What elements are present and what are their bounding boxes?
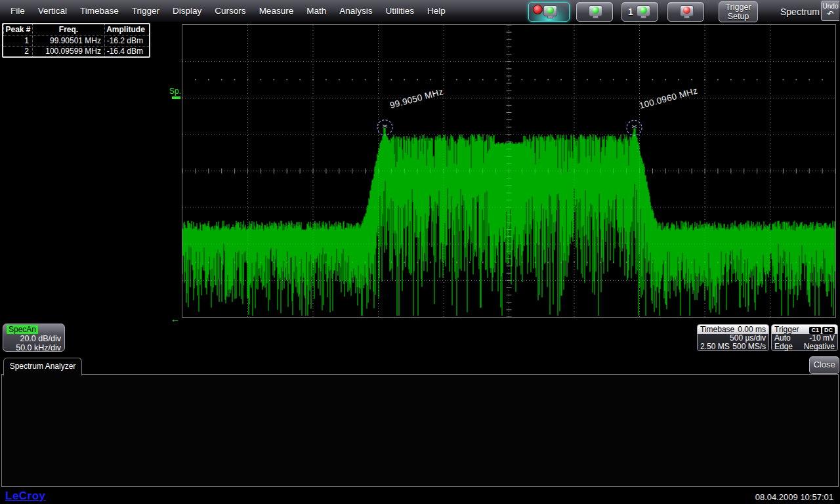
peak-marker-1[interactable]: 99.9050 MHz [377,87,444,135]
peak-table-header-cell: Freq. [32,24,104,35]
peak-table-row: 1 99.90501 MHz -16.2 dBm [3,35,149,46]
specan-title: SpecAn [7,325,38,334]
timebase-rate: 500 MS/s [732,343,766,351]
timebase-offset: 0.00 ms [738,325,766,334]
trigger-auto-button[interactable] [528,2,570,22]
green-light-icon [640,7,647,14]
timebase-title: Timebase [700,325,734,334]
menu-item[interactable]: Vertical [32,6,74,16]
peak-table-header-cell: Amplitude [104,24,146,35]
peak-frequency: 99.90501 MHz [32,36,104,46]
trigger-position-arrow-icon: ← [171,314,180,324]
datetime-display: 08.04.2009 10:57:01 [755,492,833,502]
oscilloscope-screen: FileVerticalTimebaseTriggerDisplayCursor… [0,0,840,504]
monitor-icon [589,5,602,16]
trigger-setup-button[interactable]: Trigger Setup [719,1,758,22]
menu-item[interactable]: Display [166,6,208,16]
peak-amplitude: -16.4 dBm [104,47,146,56]
menu-item[interactable]: Help [421,6,452,16]
single-count-label: 1 [628,7,633,17]
peak-number: 2 [3,47,32,56]
peak-table-header-cell: Peak # [3,24,32,35]
specan-descriptor[interactable]: SpecAn 20.0 dB/div 50.0 kHz/div [3,324,65,352]
specan-vertical-scale: 20.0 dB/div [7,334,61,343]
trace-label[interactable]: Sp. [169,87,181,96]
trigger-type: Edge [774,343,793,351]
scope-mode-label: Spectrum [780,7,820,17]
green-light-icon [547,7,554,14]
trigger-single-button[interactable]: 1 [621,2,658,22]
menu-item[interactable]: Trigger [125,6,166,16]
peak-table-header: Peak #Freq.Amplitude [3,24,149,35]
peak-table-body: 1 99.90501 MHz -16.2 dBm 2 100.09599 MHz… [3,35,149,56]
menu-item[interactable]: Math [300,6,333,16]
undo-icon: ↶ [822,10,839,18]
menu-item[interactable]: Measure [253,6,301,16]
close-button[interactable]: Close [809,356,839,374]
menu-item[interactable]: Analysis [333,6,379,16]
menu-bar: FileVerticalTimebaseTriggerDisplayCursor… [0,0,840,22]
red-light-icon [683,7,690,14]
peak-marker-2[interactable]: 100.0960 MHz [627,86,699,136]
timebase-descriptor[interactable]: Timebase 0.00 ms 500 µs/div 2.50 MS500 M… [697,324,769,351]
peak-marker-label: 99.9050 MHz [388,87,444,110]
peak-table: Peak #Freq.Amplitude 1 99.90501 MHz -16.… [2,23,150,58]
trigger-normal-button[interactable] [576,2,613,22]
peak-amplitude: -16.2 dBm [104,36,146,46]
alarm-clock-icon [533,5,543,14]
peak-number: 1 [3,36,32,46]
menu-item[interactable]: Utilities [379,6,421,16]
monitor-icon [680,5,694,16]
trigger-descriptor[interactable]: Trigger C1DC Auto-10 mV EdgeNegative [771,324,838,351]
trigger-stop-button[interactable] [667,2,704,22]
trace-indicator-dash [172,96,180,99]
tab-spectrum-analyzer[interactable]: Spectrum Analyzer [3,358,82,375]
spectrum-canvas: 99.9050 MHz100.0960 MHz [182,25,835,317]
lecroy-logo[interactable]: LeCroy [5,490,46,503]
menu-item[interactable]: Timebase [74,6,125,16]
specan-horizontal-scale: 50.0 kHz/div [7,343,61,352]
peak-table-row: 2 100.09599 MHz -16.4 dBm [3,46,149,56]
green-light-icon [592,7,599,14]
peak-frequency: 100.09599 MHz [32,47,104,56]
timebase-samples: 2.50 MS [700,343,730,351]
menu-items: FileVerticalTimebaseTriggerDisplayCursor… [4,0,452,22]
spectrum-analyzer-panel: Enable ✔ Source Trace C1 Window VonHann … [1,374,839,487]
spectrum-plot[interactable]: 99.9050 MHz100.0960 MHz [182,24,836,318]
menu-item[interactable]: Cursors [208,6,252,16]
trigger-title: Trigger [774,325,799,334]
monitor-icon [637,5,650,16]
menu-item[interactable]: File [4,6,32,16]
undo-button[interactable]: Undo↶ [821,1,839,21]
monitor-icon [543,5,557,16]
trigger-slope: Negative [804,343,835,351]
